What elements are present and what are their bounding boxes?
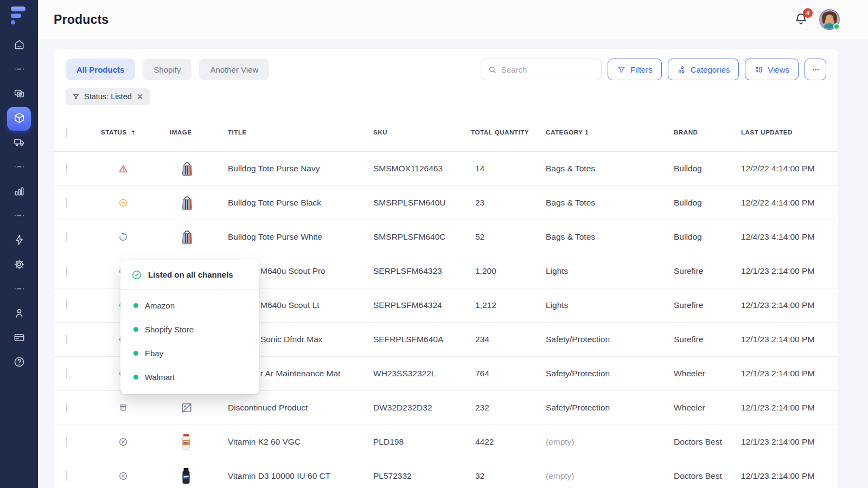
product-title: Bulldog Tote Purse White: [222, 232, 367, 242]
filters-button[interactable]: Filters: [608, 59, 662, 80]
sidebar-nav: [7, 38, 31, 370]
product-image: [180, 467, 195, 485]
status-unlisted-icon: [118, 437, 128, 447]
category: Safety/Protection: [534, 369, 662, 378]
remove-filter-icon[interactable]: [136, 93, 144, 100]
sidebar-item-cards[interactable]: [11, 87, 27, 102]
row-checkbox[interactable]: [66, 335, 67, 344]
card-toolbar: All ProductsShopifyAnother View Filters: [54, 49, 838, 80]
page-title: Products: [54, 12, 108, 27]
last-updated: 12/1/23 2:14:00 PM: [730, 300, 838, 310]
table-row[interactable]: Bulldog Tote Purse BlackSMSRPLSFM640U23B…: [54, 186, 838, 220]
table-row[interactable]: Vitamin D3 10000 IU 60 CTPL57233232(empt…: [54, 459, 838, 488]
gear-icon: [13, 258, 25, 273]
search-box: [481, 59, 602, 80]
logo-dot: [11, 20, 15, 24]
table-row[interactable]: Discontinued ProductDW32D232D32232Safety…: [54, 391, 838, 425]
popup-title: Listed on all channels: [148, 270, 233, 279]
channel-item-shopify-store: Shopify Store: [120, 317, 259, 341]
notifications-button[interactable]: 4: [794, 11, 808, 28]
image-cell: [162, 399, 222, 416]
sidebar-item-truck[interactable]: [11, 136, 27, 151]
truck-icon: [13, 136, 25, 151]
column-header-sku[interactable]: SKU: [367, 129, 464, 137]
categories-label: Categories: [691, 65, 730, 74]
app-logo[interactable]: [11, 7, 27, 29]
sidebar-item-bar-chart[interactable]: [11, 184, 27, 200]
user-avatar[interactable]: [819, 9, 840, 30]
category: Lights: [534, 300, 662, 310]
column-header-category-1[interactable]: CATEGORY 1: [534, 129, 662, 137]
row-checkbox-cell: [54, 437, 91, 447]
table-header-row: STATUSIMAGETITLESKUTOTAL QUANTITYCATEGOR…: [54, 114, 838, 152]
sidebar-item-home[interactable]: [11, 38, 27, 53]
app-root: Products 4: [0, 0, 868, 488]
status-cell: [91, 437, 162, 447]
row-checkbox[interactable]: [66, 471, 67, 481]
total-quantity: 14: [464, 164, 534, 174]
status-cell: [91, 403, 162, 413]
credit-card-icon: [13, 331, 25, 346]
sidebar-item-lightning[interactable]: [11, 233, 27, 248]
dots-divider-icon: [13, 209, 25, 224]
row-checkbox[interactable]: [66, 232, 67, 242]
no-image-icon: [180, 399, 195, 416]
popup-header: Listed on all channels: [120, 260, 259, 290]
views-layout-icon: [754, 65, 763, 74]
row-checkbox-cell: [54, 164, 91, 174]
total-quantity: 1,212: [464, 300, 534, 310]
category: Safety/Protection: [534, 335, 662, 344]
row-checkbox[interactable]: [66, 403, 67, 413]
tab-all-products[interactable]: All Products: [66, 59, 135, 80]
category: Lights: [534, 266, 662, 276]
column-header-status[interactable]: STATUS: [91, 129, 162, 137]
brand: Wheeler: [662, 403, 730, 413]
product-sku: SERPLSFM64323: [367, 266, 464, 276]
table-row[interactable]: Bulldog Tote Purse NavySMSMOX112646314Ba…: [54, 152, 838, 186]
column-header-total-quantity[interactable]: TOTAL QUANTITY: [464, 129, 534, 137]
brand: Surefire: [662, 300, 730, 310]
table-row[interactable]: Vitamin K2 60 VGCPLD1984422(empty)Doctor…: [54, 425, 838, 459]
tab-another-view[interactable]: Another View: [199, 59, 269, 80]
top-actions: 4: [794, 9, 840, 30]
sidebar-item-gear[interactable]: [11, 258, 27, 273]
sidebar-item-cube[interactable]: [7, 107, 31, 131]
row-checkbox-cell: [54, 369, 91, 378]
total-quantity: 23: [464, 198, 534, 208]
row-checkbox[interactable]: [66, 266, 67, 276]
column-header-last-updated[interactable]: LAST UPDATED: [730, 129, 838, 137]
main-area: Products 4: [38, 0, 868, 488]
sidebar-item-question-circle[interactable]: [11, 355, 27, 370]
row-checkbox[interactable]: [66, 198, 67, 208]
search-input[interactable]: [501, 65, 595, 74]
last-updated: 12/2/22 4:14:00 PM: [730, 198, 838, 208]
last-updated: 12/1/23 2:14:00 PM: [730, 403, 838, 413]
product-title: Bulldog Tote Purse Black: [222, 198, 367, 208]
column-header-title[interactable]: TITLE: [222, 129, 367, 137]
filter-chip-status[interactable]: Status: Listed: [66, 88, 150, 105]
view-tabs: All ProductsShopifyAnother View: [66, 59, 269, 80]
filter-chip-label: Status: Listed: [84, 92, 132, 101]
total-quantity: 32: [464, 471, 534, 481]
last-updated: 12/1/23 2:14:00 PM: [730, 335, 838, 344]
row-checkbox[interactable]: [66, 300, 67, 310]
select-all-checkbox[interactable]: [66, 127, 67, 138]
more-actions-button[interactable]: [805, 59, 826, 80]
column-header-image[interactable]: IMAGE: [162, 129, 222, 137]
row-checkbox[interactable]: [66, 437, 67, 447]
row-checkbox[interactable]: [66, 369, 67, 378]
tab-shopify[interactable]: Shopify: [143, 59, 192, 80]
channel-item-ebay: Ebay: [120, 341, 259, 365]
listed-status-dot: [133, 375, 138, 380]
sidebar-item-credit-card[interactable]: [11, 331, 27, 346]
column-header-brand[interactable]: BRAND: [662, 129, 730, 137]
table-row[interactable]: Bulldog Tote Purse WhiteSMSRPLSFM640C52B…: [54, 220, 838, 254]
brand: Surefire: [662, 266, 730, 276]
row-checkbox[interactable]: [66, 164, 67, 174]
sidebar-item-dots-divider: [11, 160, 27, 175]
views-button[interactable]: Views: [745, 59, 799, 80]
total-quantity: 1,200: [464, 266, 534, 276]
categories-button[interactable]: Categories: [668, 59, 739, 80]
sidebar-item-person[interactable]: [11, 306, 27, 322]
last-updated: 12/1/23 2:14:00 PM: [730, 437, 838, 447]
